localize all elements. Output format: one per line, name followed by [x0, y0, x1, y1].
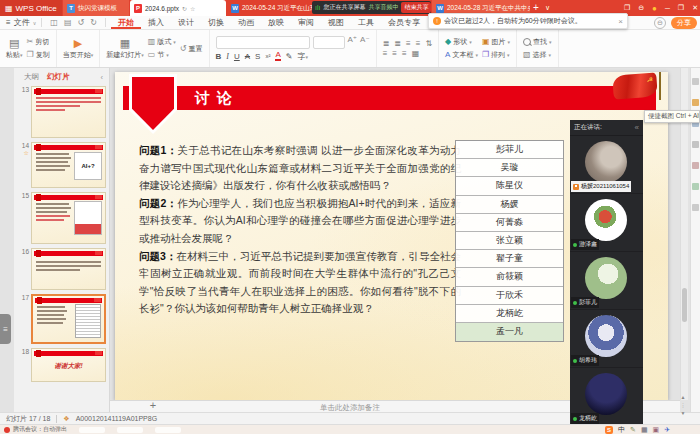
align-left-icon[interactable]: ≡: [383, 50, 388, 58]
font-family-select[interactable]: [216, 36, 310, 49]
font-size-select[interactable]: [313, 36, 345, 49]
cut-button[interactable]: ✂剪切: [27, 37, 50, 47]
taskbar-app-item[interactable]: 腾讯会议：自动弹出: [4, 425, 67, 434]
find-button[interactable]: 查找▾: [523, 37, 552, 47]
star-icon[interactable]: ☆: [190, 5, 195, 12]
paste-button[interactable]: ▤粘贴▾: [6, 38, 23, 60]
sidebar-tool-icon[interactable]: [692, 78, 699, 85]
increase-font-icon[interactable]: A⁺: [348, 36, 358, 49]
sidebar-tool-icon[interactable]: [692, 204, 699, 211]
menu-home[interactable]: 开始: [111, 17, 141, 29]
copy-button[interactable]: ❐复制: [27, 50, 50, 60]
pen-tray-icon[interactable]: ✎: [630, 426, 636, 434]
textbox-button[interactable]: A文本框▾: [445, 50, 478, 60]
align-center-icon[interactable]: ≡: [392, 50, 397, 58]
tab-outline[interactable]: 大纲: [24, 72, 39, 82]
maximize-icon[interactable]: ❐: [678, 4, 684, 12]
collaborate-icon[interactable]: ⊖: [654, 17, 666, 29]
end-share-button[interactable]: 结束共享: [401, 2, 431, 13]
taskbar-window-button[interactable]: [79, 427, 105, 433]
layout-button[interactable]: ▥版式▾: [148, 37, 176, 47]
participant-video[interactable]: 杨媛20211061054: [570, 136, 643, 194]
menu-review[interactable]: 审阅: [291, 17, 321, 28]
sidebar-tool-icon[interactable]: [692, 183, 699, 190]
input-method-icon[interactable]: S: [605, 426, 613, 434]
menu-insert[interactable]: 插入: [141, 17, 171, 28]
keyboard-tray-icon[interactable]: ▦: [641, 426, 648, 434]
settings-icon[interactable]: ⊖: [638, 4, 644, 12]
member-icon[interactable]: ●: [652, 4, 657, 13]
next-slide-icon[interactable]: ▼: [681, 410, 686, 416]
minimize-icon[interactable]: ─: [665, 5, 670, 12]
new-tab-button[interactable]: +: [533, 2, 539, 13]
save-icon[interactable]: ◫: [50, 18, 58, 27]
redo-icon[interactable]: ↻: [90, 18, 97, 27]
highlight-button[interactable]: ✎: [286, 52, 293, 61]
menu-slideshow[interactable]: 放映: [261, 17, 291, 28]
shadow-button[interactable]: S: [255, 52, 260, 61]
select-button[interactable]: ▧选择▾: [523, 50, 552, 60]
notification-close-icon[interactable]: ×: [618, 17, 623, 26]
doc-tab-word1[interactable]: W2024-05-24 习近平在山东...: [227, 0, 313, 16]
previous-slide-icon[interactable]: ▲: [681, 394, 686, 400]
print-icon[interactable]: ▤: [64, 18, 72, 27]
sidebar-tool-icon[interactable]: [692, 162, 699, 169]
tab-list-caret[interactable]: ∨: [545, 4, 550, 12]
menu-transition[interactable]: 切换: [201, 17, 231, 28]
decrease-font-icon[interactable]: A⁻: [360, 36, 370, 49]
slide-thumbnail-16[interactable]: 16: [14, 246, 109, 292]
doc-tab-template[interactable]: T快闪党课模板: [63, 0, 129, 16]
numbering-icon[interactable]: ≣: [394, 40, 401, 48]
columns-icon[interactable]: ▦: [412, 50, 420, 58]
slide-thumbnail-15[interactable]: 15 ▫: [14, 190, 109, 246]
menu-member[interactable]: 会员专享: [381, 17, 427, 28]
participant-video[interactable]: 龙柄屹: [570, 368, 643, 426]
participant-video[interactable]: 游泽鑫: [570, 194, 643, 252]
add-slide-button[interactable]: +: [146, 399, 160, 412]
line-spacing-icon[interactable]: ⇅: [425, 40, 432, 48]
menu-view[interactable]: 视图: [321, 17, 351, 28]
language-icon[interactable]: 中: [618, 425, 625, 434]
underline-button[interactable]: U: [234, 52, 240, 61]
bullets-icon[interactable]: ≣: [383, 40, 390, 48]
scrollbar-thumb[interactable]: [682, 288, 687, 322]
participant-video[interactable]: 彭菲儿: [570, 252, 643, 310]
undo-icon[interactable]: ↺: [77, 18, 84, 27]
sync-icon[interactable]: ↻: [182, 5, 187, 12]
indent-decrease-icon[interactable]: ≡: [406, 40, 411, 48]
collapse-panel-icon[interactable]: ‹: [101, 73, 104, 82]
superscript-button[interactable]: x²: [265, 53, 270, 59]
italic-button[interactable]: I: [226, 52, 229, 61]
slide-thumbnail-13[interactable]: 13: [14, 84, 109, 140]
wps-logo[interactable]: ▦WPS Office: [0, 0, 62, 16]
participant-video[interactable]: 胡希玮: [570, 310, 643, 368]
font-color-button[interactable]: A: [275, 51, 280, 61]
nav-dots-icon[interactable]: ⋮: [681, 402, 686, 408]
share-audio-toggle[interactable]: 共享音频中: [368, 3, 398, 12]
strikethrough-button[interactable]: A: [245, 52, 250, 61]
reset-button[interactable]: ↺重置: [180, 44, 203, 54]
shapes-button[interactable]: ◆形状▾: [445, 37, 478, 47]
play-from-current-button[interactable]: ▶当页开始▾: [63, 38, 94, 60]
menu-animation[interactable]: 动画: [231, 17, 261, 28]
file-menu[interactable]: ≡文件∨: [6, 17, 36, 28]
pane-collapse-handle[interactable]: ≡: [0, 314, 11, 344]
collapse-arrows-icon[interactable]: «: [635, 123, 639, 132]
image-tray-icon[interactable]: ▣: [653, 426, 660, 434]
share-button[interactable]: 分享: [671, 17, 697, 29]
indent-increase-icon[interactable]: ≡: [416, 40, 421, 48]
doc-tab-active-pptx[interactable]: P2024.6.pptx↻☆: [130, 0, 226, 16]
sidebar-tool-icon[interactable]: [692, 99, 699, 106]
close-icon[interactable]: ✕: [692, 4, 698, 12]
picture-button[interactable]: ▣图片▾: [482, 37, 510, 47]
restore-icon[interactable]: ❐: [624, 4, 630, 12]
slide-thumbnail-18[interactable]: 18 谢谢大家!: [14, 346, 109, 384]
slide-thumbnail-14[interactable]: 14☆ AI+?: [14, 140, 109, 190]
taskbar-window-button[interactable]: [117, 427, 143, 433]
sidebar-tool-icon[interactable]: [692, 141, 699, 148]
char-button[interactable]: 字▾: [297, 51, 308, 62]
new-slide-button[interactable]: ▦新建幻灯片▾: [106, 38, 144, 60]
slide-thumbnail-17-selected[interactable]: 17: [14, 292, 109, 346]
menu-design[interactable]: 设计: [171, 17, 201, 28]
section-button[interactable]: ▭节▾: [148, 50, 176, 60]
